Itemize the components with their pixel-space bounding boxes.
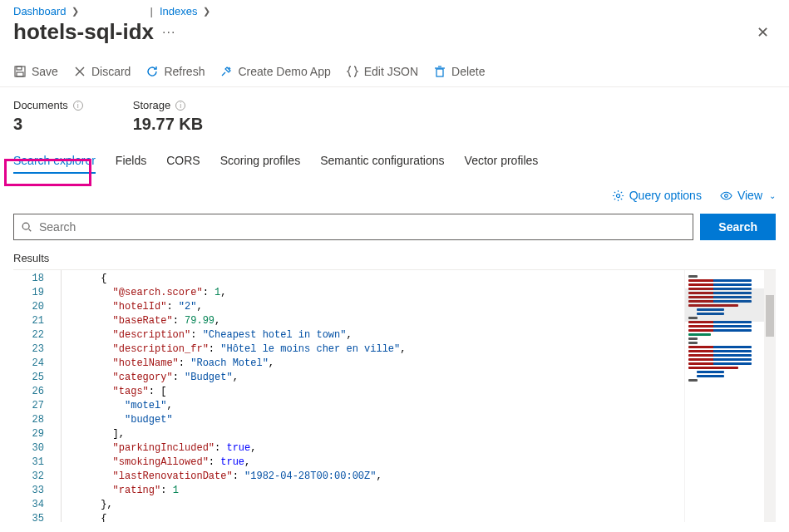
- delete-button[interactable]: Delete: [433, 65, 485, 78]
- refresh-icon: [145, 65, 159, 78]
- eye-icon: [720, 190, 732, 202]
- stats-row: Documents i 3 Storage i 19.77 KB: [0, 87, 789, 149]
- scrollbar[interactable]: [764, 270, 776, 522]
- svg-rect-5: [436, 69, 443, 76]
- refresh-button[interactable]: Refresh: [145, 65, 205, 78]
- delete-label: Delete: [451, 65, 485, 78]
- tab-scoring-profiles[interactable]: Scoring profiles: [220, 149, 301, 174]
- create-demo-button[interactable]: Create Demo App: [219, 65, 330, 78]
- search-icon: [21, 221, 32, 233]
- info-icon[interactable]: i: [73, 101, 83, 111]
- tab-fields[interactable]: Fields: [116, 149, 146, 174]
- storage-label: Storage: [133, 99, 171, 111]
- documents-value: 3: [13, 115, 83, 134]
- svg-point-9: [725, 194, 728, 197]
- chevron-right-icon: ❯: [203, 6, 210, 17]
- svg-rect-2: [17, 72, 23, 76]
- tab-cors[interactable]: CORS: [166, 149, 200, 174]
- toolbar: Save Discard Refresh Create Demo App Edi…: [0, 60, 789, 87]
- results-label: Results: [0, 249, 789, 269]
- create-demo-label: Create Demo App: [238, 65, 330, 78]
- query-options-button[interactable]: Query options: [612, 189, 702, 202]
- edit-json-button[interactable]: Edit JSON: [346, 65, 418, 78]
- query-options-label: Query options: [629, 189, 702, 202]
- breadcrumb-dashboard[interactable]: Dashboard: [13, 5, 67, 17]
- breadcrumb: Dashboard ❯ | Indexes ❯: [0, 0, 789, 17]
- refresh-label: Refresh: [164, 65, 205, 78]
- stat-documents: Documents i 3: [13, 99, 83, 134]
- code-content[interactable]: { "@search.score": 1, "hotelId": "2", "b…: [62, 270, 684, 522]
- chevron-down-icon: ⌄: [769, 191, 776, 200]
- line-gutter: 181920212223242526272829303132333435: [13, 270, 62, 522]
- storage-value: 19.77 KB: [133, 115, 204, 134]
- tab-semantic-configurations[interactable]: Semantic configurations: [320, 149, 444, 174]
- trash-icon: [433, 65, 446, 78]
- svg-point-8: [616, 194, 619, 197]
- view-button[interactable]: View ⌄: [720, 189, 776, 202]
- scrollbar-thumb[interactable]: [766, 295, 774, 337]
- tab-row: Search explorer Fields CORS Scoring prof…: [0, 149, 789, 174]
- code-editor[interactable]: 181920212223242526272829303132333435 { "…: [13, 269, 776, 522]
- documents-label: Documents: [13, 99, 68, 111]
- search-row: Search: [0, 209, 789, 249]
- info-icon[interactable]: i: [175, 101, 185, 111]
- close-button[interactable]: ✕: [750, 20, 776, 45]
- tab-search-explorer[interactable]: Search explorer: [13, 149, 96, 174]
- query-bar: Query options View ⌄: [0, 174, 789, 209]
- search-box[interactable]: [13, 214, 693, 240]
- save-icon: [13, 65, 27, 78]
- search-input[interactable]: [32, 215, 686, 239]
- svg-point-10: [22, 223, 29, 229]
- save-label: Save: [32, 65, 58, 78]
- gear-icon: [612, 190, 624, 202]
- breadcrumb-separator: |: [150, 5, 153, 17]
- tools-icon: [219, 65, 233, 78]
- page-title: hotels-sql-idx: [13, 19, 154, 45]
- svg-line-11: [29, 229, 32, 232]
- edit-json-label: Edit JSON: [364, 65, 418, 78]
- breadcrumb-indexes[interactable]: Indexes: [160, 5, 198, 17]
- stat-storage: Storage i 19.77 KB: [133, 99, 204, 134]
- discard-label: Discard: [91, 65, 131, 78]
- x-icon: [73, 65, 86, 78]
- tab-vector-profiles[interactable]: Vector profiles: [465, 149, 539, 174]
- save-button[interactable]: Save: [13, 65, 58, 78]
- title-row: hotels-sql-idx ··· ✕: [0, 17, 789, 60]
- view-label: View: [737, 189, 762, 202]
- discard-button[interactable]: Discard: [73, 65, 131, 78]
- svg-rect-1: [17, 66, 22, 70]
- minimap-viewport[interactable]: [685, 288, 764, 322]
- minimap[interactable]: [684, 270, 776, 522]
- search-button[interactable]: Search: [700, 214, 776, 240]
- chevron-right-icon: ❯: [72, 6, 79, 17]
- braces-icon: [346, 65, 359, 78]
- more-actions-button[interactable]: ···: [162, 25, 175, 40]
